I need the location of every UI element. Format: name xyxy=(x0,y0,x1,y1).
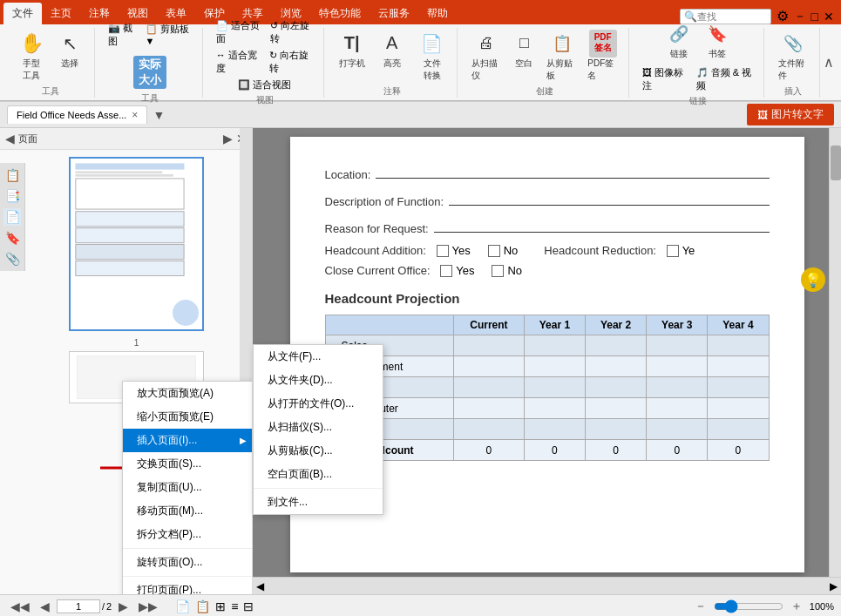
cell-o-y2[interactable] xyxy=(586,419,647,440)
submenu-from-file[interactable]: 从文件(F)... xyxy=(254,345,383,369)
settings-icon[interactable]: ⚙ xyxy=(777,8,789,24)
headcount-addition-no-cb[interactable] xyxy=(488,245,500,257)
doc-tab[interactable]: Field Office Needs Asse... × xyxy=(7,105,147,124)
ctx-rotate-page[interactable]: 旋转页面(O)... xyxy=(123,551,253,574)
minimize-icon[interactable]: － xyxy=(794,9,806,24)
doc-scrollbar[interactable] xyxy=(829,128,841,594)
cell-s-y4[interactable] xyxy=(708,377,769,398)
tab-special[interactable]: 特色功能 xyxy=(310,3,370,24)
doc-scroll-left[interactable]: ◀ xyxy=(256,580,264,592)
view-single-icon[interactable]: 📄 xyxy=(175,599,190,613)
convert-image-btn[interactable]: 🖼 图片转文字 xyxy=(747,104,834,125)
cell-total-y1[interactable]: 0 xyxy=(524,440,585,461)
sidebar-nav-prev[interactable]: ◀ xyxy=(5,132,15,146)
headcount-reduction-yes-cb[interactable] xyxy=(667,245,679,257)
bookmark-btn[interactable]: 🔖 书签 xyxy=(700,18,735,62)
cell-tc-y3[interactable] xyxy=(647,398,708,419)
zoom-in-btn[interactable]: ＋ xyxy=(787,597,806,616)
ctx-zoom-out[interactable]: 缩小页面预览(E) xyxy=(123,405,253,429)
blank-btn[interactable]: □ 空白 xyxy=(508,28,539,84)
cell-total-y4[interactable]: 0 xyxy=(708,440,769,461)
typewriter-btn[interactable]: T| 打字机 xyxy=(335,28,370,84)
ctx-copy-page[interactable]: 复制页面(U)... xyxy=(123,476,253,499)
nav-next-btn[interactable]: ▶ xyxy=(115,598,132,615)
cell-dev-y2[interactable] xyxy=(586,356,647,377)
tab-help[interactable]: 帮助 xyxy=(418,3,457,24)
clipboard-btn[interactable]: 📋 剪贴板▼ xyxy=(143,21,195,49)
lightbulb-btn[interactable]: 💡 xyxy=(801,267,825,292)
file-convert-btn[interactable]: 📄 文件 转换 xyxy=(415,28,450,84)
highlight-btn[interactable]: A 高亮 xyxy=(375,28,410,84)
image-mark-btn[interactable]: 🖼 图像标注 xyxy=(640,65,690,93)
submenu-blank-page[interactable]: 空白页面(B)... xyxy=(254,463,383,486)
file-attach-btn[interactable]: 📎 文件附件 xyxy=(775,28,812,84)
nav-last-btn[interactable]: ▶▶ xyxy=(135,598,161,615)
zoom-slider[interactable] xyxy=(714,599,783,613)
sidebar-icon-1[interactable]: 📋 xyxy=(3,166,21,184)
tab-file[interactable]: 文件 xyxy=(3,3,42,24)
cell-sales-y1[interactable] xyxy=(524,335,585,356)
submenu-from-folder[interactable]: 从文件夹(D)... xyxy=(254,369,383,392)
link-btn[interactable]: 🔗 链接 xyxy=(661,18,696,62)
cell-o-y3[interactable] xyxy=(647,419,708,440)
nav-first-btn[interactable]: ◀◀ xyxy=(7,598,33,615)
view-grid-icon[interactable]: ⊞ xyxy=(215,599,226,613)
cell-total-current[interactable]: 0 xyxy=(454,440,525,461)
sidebar-icon-2[interactable]: 📑 xyxy=(3,187,21,205)
tab-home[interactable]: 主页 xyxy=(42,3,80,24)
ctx-insert-page[interactable]: 插入页面(I)... ▶ xyxy=(123,429,253,452)
actual-size-btn[interactable]: 实际大小 xyxy=(130,54,170,91)
location-input[interactable] xyxy=(376,163,769,179)
submenu-from-clipboard[interactable]: 从剪贴板(C)... xyxy=(254,439,383,463)
fit-width-btn[interactable]: ↔ 适合宽度 xyxy=(214,48,265,76)
close-office-no-cb[interactable] xyxy=(492,265,504,277)
cell-tc-y4[interactable] xyxy=(708,398,769,419)
cell-dev-y3[interactable] xyxy=(647,356,708,377)
rotate-left-btn[interactable]: ↺ 向左旋转 xyxy=(268,18,316,46)
cell-tc-y2[interactable] xyxy=(586,398,647,419)
cell-s-current[interactable] xyxy=(454,377,525,398)
zoom-out-btn[interactable]: － xyxy=(691,597,710,616)
cell-dev-y4[interactable] xyxy=(708,356,769,377)
ctx-swap-page[interactable]: 交换页面(S)... xyxy=(123,452,253,476)
cell-tc-y1[interactable] xyxy=(524,398,585,419)
scan-btn[interactable]: 🖨 从扫描仪 xyxy=(468,28,505,84)
cell-sales-y2[interactable] xyxy=(586,335,647,356)
cell-dev-y1[interactable] xyxy=(524,356,585,377)
doc-scroll-right[interactable]: ▶ xyxy=(830,580,838,592)
cell-o-y1[interactable] xyxy=(524,419,585,440)
sidebar-icon-4[interactable]: 🔖 xyxy=(3,229,21,247)
sidebar-icon-3[interactable]: 📄 xyxy=(3,208,21,226)
audio-video-btn[interactable]: 🎵 音频 & 视频 xyxy=(694,65,756,93)
view-spread-icon[interactable]: ⊟ xyxy=(243,599,254,613)
cell-total-y2[interactable]: 0 xyxy=(586,440,647,461)
maximize-icon[interactable]: □ xyxy=(811,10,818,24)
cell-o-current[interactable] xyxy=(454,419,525,440)
fit-page-btn[interactable]: 📄 适合页面 xyxy=(214,18,266,46)
doc-tab-close[interactable]: × xyxy=(132,109,138,121)
cell-s-y3[interactable] xyxy=(647,377,708,398)
ctx-move-page[interactable]: 移动页面(M)... xyxy=(123,499,253,523)
ctx-print-page[interactable]: 打印页面(P)... xyxy=(123,579,253,594)
cell-sales-y3[interactable] xyxy=(647,335,708,356)
ctx-split-doc[interactable]: 拆分文档(P)... xyxy=(123,523,253,546)
pdf-sign-btn[interactable]: PDF签名 PDF签名 xyxy=(584,28,621,84)
sidebar-icon-5[interactable]: 📎 xyxy=(3,250,21,267)
cell-s-y2[interactable] xyxy=(586,377,647,398)
cell-sales-current[interactable] xyxy=(454,335,525,356)
description-input[interactable] xyxy=(449,190,769,206)
hand-tool-btn[interactable]: ✋ 手型 工具 xyxy=(14,28,49,84)
from-clipboard-btn[interactable]: 📋 从剪贴板 xyxy=(543,28,580,84)
cell-s-y1[interactable] xyxy=(524,377,585,398)
rotate-right-btn[interactable]: ↻ 向右旋转 xyxy=(267,48,316,76)
headcount-addition-yes-cb[interactable] xyxy=(437,245,449,257)
close-office-yes-cb[interactable] xyxy=(440,265,452,277)
tab-dropdown-btn[interactable]: ▼ xyxy=(153,108,165,122)
submenu-from-open-file[interactable]: 从打开的文件(O)... xyxy=(254,392,383,416)
select-tool-btn[interactable]: ↖ 选择 xyxy=(52,28,87,84)
fit-view-btn[interactable]: 🔲 适合视图 xyxy=(235,78,294,92)
submenu-from-scanner[interactable]: 从扫描仪(S)... xyxy=(254,416,383,439)
reason-input[interactable] xyxy=(434,217,770,233)
nav-prev-btn[interactable]: ◀ xyxy=(37,598,53,615)
cell-sales-y4[interactable] xyxy=(708,335,769,356)
